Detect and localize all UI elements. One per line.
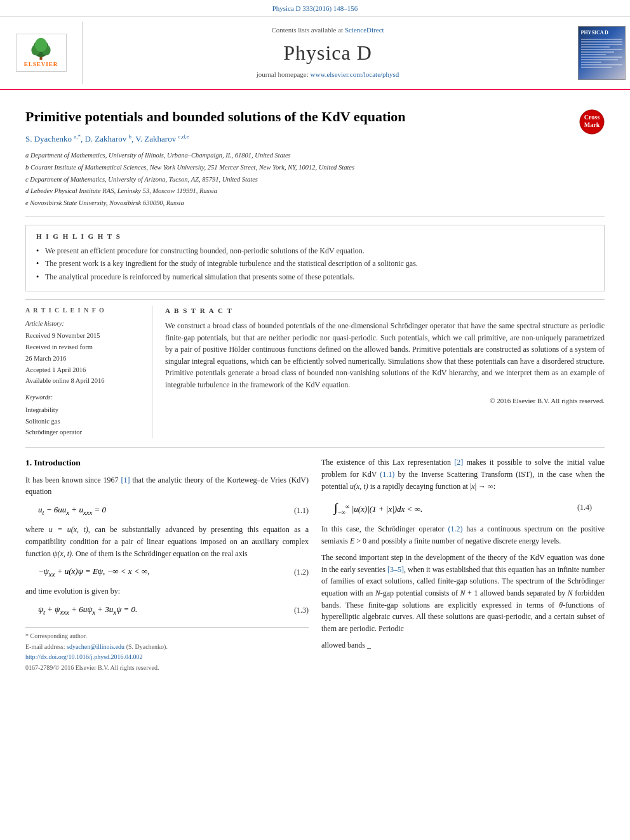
author-d-zakharov: D. Zakharov b — [84, 134, 131, 143]
journal-top-bar: Physica D 333(2016) 148–156 — [0, 0, 630, 17]
article-body: 1. Introduction It has been known since … — [25, 447, 605, 674]
elsevier-tree-icon — [23, 36, 58, 60]
eq-1-2-number: (1.2) — [294, 567, 309, 578]
body-left-column: 1. Introduction It has been known since … — [25, 457, 309, 674]
issn-line: 0167-2789/© 2016 Elsevier B.V. All right… — [25, 663, 309, 673]
affiliation-a: a Department of Mathematics, University … — [25, 150, 605, 161]
equation-1-3: ψt + ψxxx + 6uψx + 3uxψ = 0. (1.3) — [38, 604, 309, 617]
elsevier-label: ELSEVIER — [24, 60, 58, 69]
eq-1-1-math: ut − 6uux + uxxx = 0 — [38, 504, 106, 517]
article-info-abstract: A R T I C L E I N F O Article history: R… — [25, 299, 605, 438]
homepage-link[interactable]: www.elsevier.com/locate/physd — [311, 70, 399, 78]
eq-1-1-ref[interactable]: (1.1) — [380, 470, 394, 479]
body-right-column: The existence of this Lax representation… — [321, 457, 605, 674]
right-para2: In this case, the Schrödinger operator (… — [321, 523, 605, 547]
equation-1-2: −ψxx + u(x)ψ = Eψ, −∞ < x < ∞, (1.2) — [38, 566, 309, 579]
introduction-heading: 1. Introduction — [25, 457, 309, 469]
keyword-3: Schrödinger operator — [25, 427, 143, 438]
keyword-1: Integrability — [25, 404, 143, 416]
intro-para2: where u = u(x, t), can be substantially … — [25, 524, 309, 559]
journal-homepage: journal homepage: www.elsevier.com/locat… — [257, 70, 399, 80]
eq-1-3-number: (1.3) — [294, 605, 309, 616]
revised-date: 26 March 2016 — [25, 353, 143, 364]
right-para3: The second important step in the develop… — [321, 552, 605, 634]
article-footer: * Corresponding author. E-mail address: … — [25, 627, 309, 672]
highlight-item-1: We present an efficient procedure for co… — [36, 246, 594, 257]
eq-1-4-number: (1.4) — [577, 502, 592, 513]
svg-point-4 — [35, 38, 47, 52]
authors-line: S. Dyachenko a,*, D. Zakharov b, V. Zakh… — [25, 133, 605, 145]
keywords-list: Integrability Solitonic gas Schrödinger … — [25, 404, 143, 439]
highlight-item-2: The present work is a key ingredient for… — [36, 258, 594, 269]
highlights-section: H I G H L I G H T S We present an effici… — [25, 225, 605, 291]
email-line: E-mail address: sdyachen@illinois.edu (S… — [25, 643, 309, 652]
right-para1: The existence of this Lax representation… — [321, 457, 605, 492]
article-title-section: Cross Mark Primitive potentials and boun… — [25, 102, 605, 217]
ref-1-link[interactable]: [1] — [121, 476, 130, 484]
intro-para3: and time evolution is given by: — [25, 585, 309, 597]
highlights-list: We present an efficient procedure for co… — [36, 246, 594, 283]
crossmark-icon: Cross Mark — [579, 109, 605, 135]
eq-1-2-math: −ψxx + u(x)ψ = Eψ, −∞ < x < ∞, — [38, 566, 149, 579]
keyword-2: Solitonic gas — [25, 416, 143, 427]
affiliation-d: d Lebedev Physical Institute RAS, Lenins… — [25, 186, 605, 197]
highlight-item-3: The analytical procedure is reinforced b… — [36, 272, 594, 283]
doi-line: http://dx.doi.org/10.1016/j.physd.2016.0… — [25, 653, 309, 662]
abstract-label: A B S T R A C T — [165, 306, 605, 316]
eq-1-2-ref[interactable]: (1.2) — [448, 524, 462, 533]
accepted-date: Accepted 1 April 2016 — [25, 364, 143, 376]
affiliation-b: b Courant Institute of Mathematical Scie… — [25, 163, 605, 173]
author-dyachenko: S. Dyachenko a,* — [25, 134, 81, 143]
eq-1-1-number: (1.1) — [294, 505, 309, 516]
eq-1-4-math: ∫−∞∞ |u(x)|(1 + |x|)dx < ∞. — [334, 498, 422, 517]
journal-logo-area: ELSEVIER — [0, 22, 83, 84]
journal-name: Physica D — [283, 38, 372, 67]
sciencedirect-anchor[interactable]: ScienceDirect — [345, 26, 384, 34]
received-date: Received 9 November 2015 — [25, 330, 143, 342]
journal-cover-image: PHYSICA D — [573, 22, 630, 84]
affiliation-e: e Novosibirsk State University, Novosibi… — [25, 198, 605, 209]
equation-1-1: ut − 6uux + uxxx = 0 (1.1) — [38, 504, 309, 517]
author-v-zakharov: V. Zakharov c,d,e — [135, 134, 189, 143]
article-title: Primitive potentials and bounded solutio… — [25, 108, 605, 126]
affiliation-c: c Department of Mathematics, University … — [25, 175, 605, 185]
journal-header: ELSEVIER Contents lists available at Sci… — [0, 17, 630, 90]
cover-text: PHYSICA D — [581, 29, 622, 37]
journal-header-center: Contents lists available at ScienceDirec… — [83, 22, 573, 84]
email-link[interactable]: sdyachen@illinois.edu — [67, 643, 124, 650]
cover-thumbnail: PHYSICA D — [578, 26, 626, 80]
svg-text:Mark: Mark — [584, 121, 600, 128]
equation-1-4: ∫−∞∞ |u(x)|(1 + |x|)dx < ∞. (1.4) — [334, 498, 592, 517]
highlights-label: H I G H L I G H T S — [36, 232, 594, 242]
article-info: A R T I C L E I N F O Article history: R… — [25, 306, 152, 438]
eq-1-3-math: ψt + ψxxx + 6uψx + 3uxψ = 0. — [38, 604, 137, 617]
intro-para1: It has been known since 1967 [1] that th… — [25, 474, 309, 498]
elsevier-logo: ELSEVIER — [16, 34, 67, 72]
article-dates: Received 9 November 2015 Received in rev… — [25, 330, 143, 387]
ref-2-link[interactable]: [2] — [454, 458, 463, 467]
cover-decoration — [581, 39, 622, 69]
svg-text:Cross: Cross — [584, 114, 600, 121]
keywords-section: Keywords: Integrability Solitonic gas Sc… — [25, 393, 143, 438]
received-revised-label: Received in revised form — [25, 342, 143, 353]
article-container: Cross Mark Primitive potentials and boun… — [0, 90, 630, 685]
keywords-label: Keywords: — [25, 393, 143, 403]
allowed-bands-text: allowed bands _ — [321, 639, 605, 651]
footnote-star: * Corresponding author. — [25, 632, 309, 641]
available-date: Available online 8 April 2016 — [25, 375, 143, 387]
abstract-text: We construct a broad class of bounded po… — [165, 320, 605, 391]
abstract-section: A B S T R A C T We construct a broad cla… — [165, 306, 605, 438]
journal-citation: Physica D 333(2016) 148–156 — [272, 4, 358, 12]
ref-3-5-link[interactable]: [3–5] — [387, 565, 404, 574]
history-label: Article history: — [25, 319, 143, 329]
copyright-line: © 2016 Elsevier B.V. All rights reserved… — [165, 396, 605, 406]
affiliations: a Department of Mathematics, University … — [25, 150, 605, 209]
article-info-label: A R T I C L E I N F O — [25, 306, 143, 316]
sciencedirect-link: Contents lists available at ScienceDirec… — [271, 25, 384, 36]
doi-link[interactable]: http://dx.doi.org/10.1016/j.physd.2016.0… — [25, 653, 143, 660]
